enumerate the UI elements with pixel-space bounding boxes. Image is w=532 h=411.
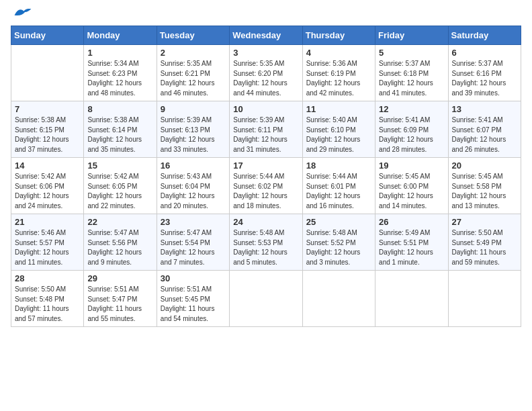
calendar-cell: 16Sunrise: 5:43 AM Sunset: 6:04 PM Dayli… [157,158,229,214]
calendar-cell: 9Sunrise: 5:39 AM Sunset: 6:13 PM Daylig… [157,101,229,158]
calendar-cell [230,271,302,327]
calendar-week-row: 14Sunrise: 5:42 AM Sunset: 6:06 PM Dayli… [11,158,521,214]
day-info: Sunrise: 5:37 AM Sunset: 6:18 PM Dayligh… [379,59,444,98]
day-info: Sunrise: 5:49 AM Sunset: 5:51 PM Dayligh… [379,228,444,267]
day-number: 9 [161,104,226,114]
day-number: 18 [306,161,371,171]
calendar-cell: 7Sunrise: 5:38 AM Sunset: 6:15 PM Daylig… [11,101,84,158]
day-info: Sunrise: 5:35 AM Sunset: 6:20 PM Dayligh… [233,59,298,98]
calendar-cell: 28Sunrise: 5:50 AM Sunset: 5:48 PM Dayli… [11,271,84,327]
day-info: Sunrise: 5:51 AM Sunset: 5:45 PM Dayligh… [161,285,226,324]
weekday-header-wednesday: Wednesday [230,26,302,45]
page-header [11,11,521,19]
weekday-header-tuesday: Tuesday [157,26,229,45]
day-info: Sunrise: 5:50 AM Sunset: 5:49 PM Dayligh… [452,228,517,267]
calendar-cell: 6Sunrise: 5:37 AM Sunset: 6:16 PM Daylig… [448,45,521,101]
day-info: Sunrise: 5:39 AM Sunset: 6:11 PM Dayligh… [233,116,298,154]
day-number: 13 [452,104,517,114]
day-number: 24 [233,217,298,227]
day-number: 23 [161,217,226,227]
calendar-cell: 24Sunrise: 5:48 AM Sunset: 5:53 PM Dayli… [230,214,302,271]
day-number: 20 [452,161,517,171]
day-number: 2 [161,48,226,58]
day-number: 7 [15,104,80,114]
day-info: Sunrise: 5:48 AM Sunset: 5:52 PM Dayligh… [306,228,371,267]
day-number: 28 [15,273,80,283]
calendar-cell: 12Sunrise: 5:41 AM Sunset: 6:09 PM Dayli… [375,101,448,158]
day-info: Sunrise: 5:48 AM Sunset: 5:53 PM Dayligh… [233,228,298,267]
day-number: 19 [379,161,444,171]
calendar-cell: 10Sunrise: 5:39 AM Sunset: 6:11 PM Dayli… [230,101,302,158]
calendar-cell: 15Sunrise: 5:42 AM Sunset: 6:05 PM Dayli… [84,158,157,214]
calendar-cell [302,271,375,327]
calendar-cell [11,45,84,101]
day-number: 11 [306,104,371,114]
logo [11,11,32,19]
weekday-header-saturday: Saturday [448,26,521,45]
weekday-header-sunday: Sunday [11,26,84,45]
day-info: Sunrise: 5:44 AM Sunset: 6:02 PM Dayligh… [233,172,298,211]
calendar-week-row: 21Sunrise: 5:46 AM Sunset: 5:57 PM Dayli… [11,214,521,271]
calendar-cell [448,271,521,327]
day-number: 16 [161,161,226,171]
day-number: 27 [452,217,517,227]
calendar-cell: 27Sunrise: 5:50 AM Sunset: 5:49 PM Dayli… [448,214,521,271]
calendar-cell: 1Sunrise: 5:34 AM Sunset: 6:23 PM Daylig… [84,45,157,101]
day-info: Sunrise: 5:39 AM Sunset: 6:13 PM Dayligh… [161,116,226,154]
day-number: 6 [452,48,517,58]
day-info: Sunrise: 5:44 AM Sunset: 6:01 PM Dayligh… [306,172,371,211]
day-number: 21 [15,217,80,227]
day-info: Sunrise: 5:46 AM Sunset: 5:57 PM Dayligh… [15,228,80,267]
day-number: 8 [87,104,152,114]
calendar-cell: 20Sunrise: 5:45 AM Sunset: 5:58 PM Dayli… [448,158,521,214]
day-info: Sunrise: 5:37 AM Sunset: 6:16 PM Dayligh… [452,59,517,98]
day-number: 1 [87,48,152,58]
day-info: Sunrise: 5:45 AM Sunset: 5:58 PM Dayligh… [452,172,517,211]
day-number: 3 [233,48,298,58]
day-number: 4 [306,48,371,58]
day-info: Sunrise: 5:47 AM Sunset: 5:56 PM Dayligh… [87,228,152,267]
calendar-cell: 11Sunrise: 5:40 AM Sunset: 6:10 PM Dayli… [302,101,375,158]
calendar-week-row: 7Sunrise: 5:38 AM Sunset: 6:15 PM Daylig… [11,101,521,158]
day-info: Sunrise: 5:36 AM Sunset: 6:19 PM Dayligh… [306,59,371,98]
day-info: Sunrise: 5:50 AM Sunset: 5:48 PM Dayligh… [15,285,80,324]
day-info: Sunrise: 5:38 AM Sunset: 6:14 PM Dayligh… [87,116,152,154]
day-info: Sunrise: 5:42 AM Sunset: 6:06 PM Dayligh… [15,172,80,211]
calendar-cell: 23Sunrise: 5:47 AM Sunset: 5:54 PM Dayli… [157,214,229,271]
weekday-header-monday: Monday [84,26,157,45]
day-info: Sunrise: 5:40 AM Sunset: 6:10 PM Dayligh… [306,116,371,154]
day-number: 15 [87,161,152,171]
day-number: 29 [87,273,152,283]
weekday-header-row: SundayMondayTuesdayWednesdayThursdayFrid… [11,26,521,45]
day-number: 14 [15,161,80,171]
calendar-cell: 29Sunrise: 5:51 AM Sunset: 5:47 PM Dayli… [84,271,157,327]
day-number: 5 [379,48,444,58]
day-number: 12 [379,104,444,114]
day-info: Sunrise: 5:51 AM Sunset: 5:47 PM Dayligh… [87,285,152,324]
calendar-cell: 13Sunrise: 5:41 AM Sunset: 6:07 PM Dayli… [448,101,521,158]
day-info: Sunrise: 5:38 AM Sunset: 6:15 PM Dayligh… [15,116,80,154]
calendar-cell: 2Sunrise: 5:35 AM Sunset: 6:21 PM Daylig… [157,45,229,101]
calendar-cell: 14Sunrise: 5:42 AM Sunset: 6:06 PM Dayli… [11,158,84,214]
day-info: Sunrise: 5:41 AM Sunset: 6:09 PM Dayligh… [379,116,444,154]
calendar-cell: 26Sunrise: 5:49 AM Sunset: 5:51 PM Dayli… [375,214,448,271]
day-info: Sunrise: 5:41 AM Sunset: 6:07 PM Dayligh… [452,116,517,154]
day-number: 10 [233,104,298,114]
calendar-cell: 19Sunrise: 5:45 AM Sunset: 6:00 PM Dayli… [375,158,448,214]
calendar-week-row: 1Sunrise: 5:34 AM Sunset: 6:23 PM Daylig… [11,45,521,101]
calendar-week-row: 28Sunrise: 5:50 AM Sunset: 5:48 PM Dayli… [11,271,521,327]
calendar-cell: 25Sunrise: 5:48 AM Sunset: 5:52 PM Dayli… [302,214,375,271]
calendar-cell: 17Sunrise: 5:44 AM Sunset: 6:02 PM Dayli… [230,158,302,214]
weekday-header-friday: Friday [375,26,448,45]
day-number: 17 [233,161,298,171]
calendar-cell: 4Sunrise: 5:36 AM Sunset: 6:19 PM Daylig… [302,45,375,101]
calendar-cell: 21Sunrise: 5:46 AM Sunset: 5:57 PM Dayli… [11,214,84,271]
logo-bird-icon [13,5,32,19]
day-number: 30 [161,273,226,283]
calendar-cell: 3Sunrise: 5:35 AM Sunset: 6:20 PM Daylig… [230,45,302,101]
calendar-cell: 5Sunrise: 5:37 AM Sunset: 6:18 PM Daylig… [375,45,448,101]
day-number: 22 [87,217,152,227]
day-info: Sunrise: 5:42 AM Sunset: 6:05 PM Dayligh… [87,172,152,211]
calendar-table: SundayMondayTuesdayWednesdayThursdayFrid… [11,26,521,327]
calendar-cell: 30Sunrise: 5:51 AM Sunset: 5:45 PM Dayli… [157,271,229,327]
